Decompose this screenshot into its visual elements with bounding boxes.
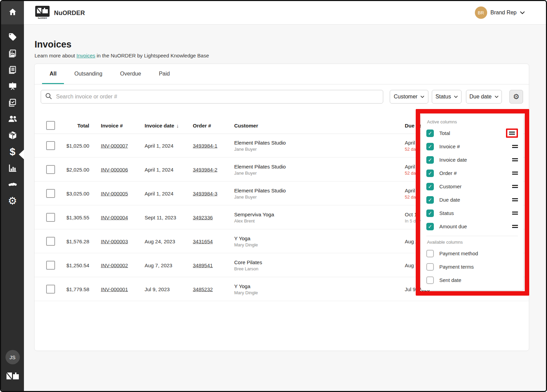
- tab-paid[interactable]: Paid: [151, 64, 177, 84]
- column-label: Invoice #: [439, 144, 460, 149]
- cell-due-date: Aug 7: [405, 262, 418, 268]
- column-toggle-sent-date[interactable]: Sent date: [426, 273, 518, 287]
- order-link[interactable]: 3489541: [193, 262, 213, 268]
- drag-handle-icon[interactable]: [512, 145, 518, 148]
- column-toggle-amount-due[interactable]: Amount due: [426, 220, 518, 233]
- sidebar-item-customers[interactable]: [1, 111, 24, 127]
- header-invoice[interactable]: Invoice #: [101, 123, 123, 129]
- sidebar-item-partners[interactable]: [1, 176, 24, 193]
- search-input[interactable]: [55, 93, 379, 100]
- cell-invoice-date: April 1, 2024: [145, 166, 173, 172]
- order-link[interactable]: 3485232: [193, 286, 213, 292]
- knowledge-base-link[interactable]: Invoices: [77, 53, 95, 58]
- checked-checkbox-icon[interactable]: [426, 196, 434, 204]
- column-toggle-due-date[interactable]: Due date: [426, 193, 518, 206]
- cell-due-date: April52 days: [405, 187, 421, 199]
- invoice-link[interactable]: INV-000001: [101, 286, 128, 292]
- sidebar-item-orders[interactable]: [1, 94, 24, 111]
- column-toggle-invoice[interactable]: Invoice #: [426, 140, 518, 153]
- drag-handle-icon[interactable]: [512, 225, 518, 228]
- brand-logo[interactable]: NuORDER NuORDER: [35, 6, 85, 20]
- column-toggle-order[interactable]: Order #: [426, 166, 518, 180]
- drag-handle-icon[interactable]: [512, 172, 518, 175]
- sidebar: $ ⚙ JS: [1, 1, 24, 391]
- table-controls: Customer Status Due date ⚙: [35, 90, 529, 108]
- checked-checkbox-icon[interactable]: [426, 183, 434, 190]
- drag-handle-icon[interactable]: [512, 212, 518, 215]
- checked-checkbox-icon[interactable]: [426, 223, 434, 230]
- checked-checkbox-icon[interactable]: [426, 209, 434, 217]
- cell-invoice-date: Sept 11, 2023: [145, 214, 176, 220]
- customer-contact: Bree Larson: [234, 266, 262, 271]
- column-label: Amount due: [439, 224, 467, 229]
- chevron-down-icon: [454, 96, 458, 98]
- column-toggle-total[interactable]: Total: [426, 126, 518, 140]
- cell-customer: Element Pilates StudioJane Buyer: [234, 139, 286, 151]
- tab-outstanding[interactable]: Outsanding: [67, 64, 110, 84]
- sidebar-item-presentations[interactable]: [1, 78, 24, 94]
- invoice-link[interactable]: INV-000005: [101, 190, 128, 196]
- sidebar-item-reports[interactable]: [1, 160, 24, 176]
- drag-handle-icon[interactable]: [509, 132, 515, 135]
- status-filter-button[interactable]: Status: [432, 90, 462, 104]
- user-menu[interactable]: BR Brand Rep: [475, 6, 525, 19]
- package-icon: [8, 131, 17, 140]
- invoice-link[interactable]: INV-000003: [101, 238, 128, 244]
- app-window: $ ⚙ JS: [0, 0, 547, 392]
- column-settings-button[interactable]: ⚙: [509, 90, 523, 104]
- header-order[interactable]: Order #: [193, 123, 211, 129]
- page-title: Invoices: [35, 39, 71, 50]
- checked-checkbox-icon[interactable]: [426, 130, 434, 137]
- due-date-filter-button[interactable]: Due date: [466, 90, 502, 104]
- column-label: Customer: [439, 184, 462, 189]
- invoice-link[interactable]: INV-000002: [101, 262, 128, 268]
- available-columns-title: Available columns: [427, 240, 518, 245]
- subtitle-text-2: in the NuORDER by Lightspeed Knowledge B…: [95, 53, 209, 58]
- column-toggle-payment-method[interactable]: Payment method: [426, 247, 518, 260]
- invoice-link[interactable]: INV-000006: [101, 166, 128, 172]
- order-link[interactable]: 3493984-1: [193, 143, 217, 148]
- column-label: Total: [439, 130, 450, 136]
- cell-total: $1,305.55: [48, 214, 89, 220]
- invoice-link[interactable]: INV-000007: [101, 143, 128, 148]
- sidebar-item-home[interactable]: [1, 1, 24, 24]
- order-link[interactable]: 3431654: [193, 238, 213, 244]
- drag-handle-icon[interactable]: [512, 158, 518, 161]
- column-toggle-invoice-date[interactable]: Invoice date: [426, 153, 518, 166]
- unchecked-checkbox-icon[interactable]: [426, 263, 434, 271]
- column-toggle-customer[interactable]: Customer: [426, 180, 518, 193]
- order-link[interactable]: 3493984-3: [193, 190, 217, 196]
- drag-handle-icon[interactable]: [512, 185, 518, 188]
- unchecked-checkbox-icon[interactable]: [426, 276, 434, 284]
- customer-contact: Jane Buyer: [234, 194, 286, 199]
- customer-filter-button[interactable]: Customer: [390, 90, 428, 104]
- invoice-link[interactable]: INV-000004: [101, 214, 128, 220]
- cell-invoice-date: April 1, 2024: [145, 190, 173, 196]
- sidebar-item-products[interactable]: [1, 29, 24, 45]
- chevron-down-icon: [421, 96, 424, 98]
- sidebar-item-linesheets[interactable]: [1, 62, 24, 78]
- sidebar-item-settings[interactable]: ⚙: [1, 193, 24, 209]
- unchecked-checkbox-icon[interactable]: [426, 250, 434, 257]
- column-toggle-payment-terms[interactable]: Payment terms: [426, 260, 518, 273]
- customer-name: Element Pilates Studio: [234, 187, 286, 193]
- header-invoice-date[interactable]: Invoice date↓: [145, 123, 179, 129]
- user-avatar-js[interactable]: JS: [5, 350, 20, 364]
- order-link[interactable]: 3493984-2: [193, 166, 217, 172]
- sidebar-item-catalogs[interactable]: [1, 45, 24, 62]
- tab-all[interactable]: All: [42, 64, 64, 84]
- checked-checkbox-icon[interactable]: [426, 170, 434, 177]
- sidebar-item-shipments[interactable]: [1, 127, 24, 144]
- header-total[interactable]: Total: [48, 123, 89, 129]
- order-link[interactable]: 3492336: [193, 214, 213, 220]
- checked-checkbox-icon[interactable]: [426, 143, 434, 150]
- catalog-icon: [8, 49, 17, 58]
- column-toggle-status[interactable]: Status: [426, 206, 518, 220]
- users-icon: [8, 114, 18, 124]
- drag-handle-icon[interactable]: [512, 198, 518, 201]
- dollar-icon: $: [10, 147, 15, 157]
- header-customer[interactable]: Customer: [234, 123, 258, 129]
- tab-overdue[interactable]: Overdue: [112, 64, 148, 84]
- checked-checkbox-icon[interactable]: [426, 156, 434, 164]
- tag-icon: [8, 32, 17, 41]
